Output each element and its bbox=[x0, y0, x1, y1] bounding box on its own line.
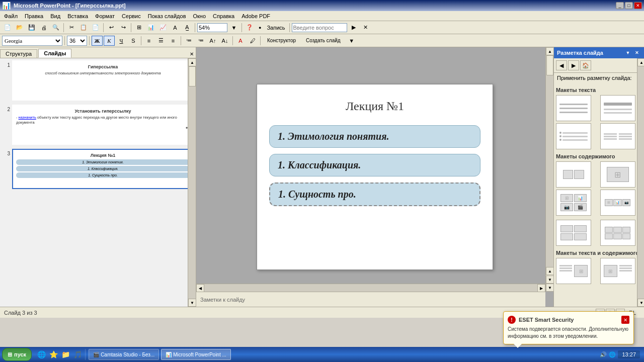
slide-scroll-btn1[interactable]: ▲ bbox=[546, 267, 553, 275]
menu-edit[interactable]: Правка bbox=[22, 12, 46, 20]
font-select[interactable]: Georgia bbox=[2, 36, 62, 46]
preview-btn[interactable]: 🔍 bbox=[50, 23, 61, 33]
align-right-btn[interactable]: ≡ bbox=[168, 36, 179, 46]
eset-close-btn[interactable]: ✕ bbox=[621, 316, 629, 324]
layout-thumb-tc2[interactable]: ⊞ bbox=[600, 258, 635, 284]
diagram-btn[interactable]: 📈 bbox=[157, 23, 169, 33]
save-btn[interactable]: 💾 bbox=[26, 23, 37, 33]
rp-home-btn[interactable]: 🏠 bbox=[580, 60, 591, 70]
menu-tools[interactable]: Сервис bbox=[119, 12, 144, 20]
undo-btn[interactable]: ↩ bbox=[106, 23, 117, 33]
record-btn[interactable]: ● bbox=[256, 23, 264, 33]
rp-scroll-down[interactable]: ▼ bbox=[637, 299, 644, 307]
layout-thumb-d2[interactable] bbox=[600, 220, 635, 246]
sp-scroll-thumb[interactable] bbox=[189, 66, 196, 86]
close-btn[interactable]: ✕ bbox=[634, 2, 642, 9]
layout-thumb-tc1[interactable]: ⊞ bbox=[556, 258, 591, 284]
menu-file[interactable]: Файл bbox=[1, 12, 21, 20]
highlight-btn[interactable]: 🖊 bbox=[247, 36, 258, 46]
start-button[interactable]: ⊞ пуск bbox=[2, 348, 32, 361]
help-go-btn[interactable]: ▶ bbox=[348, 23, 359, 33]
ql-star-btn[interactable]: ⭐ bbox=[48, 349, 59, 360]
help-search[interactable] bbox=[292, 23, 347, 32]
layout-thumb-blank[interactable] bbox=[556, 95, 591, 121]
table-btn[interactable]: ⊞ bbox=[133, 23, 144, 33]
slide-scroll-thumb[interactable] bbox=[546, 55, 553, 75]
slide-thumbnail-3[interactable]: 3 Лекция №1 1. Этимология понятия. 1. Кл… bbox=[2, 149, 194, 189]
ql-ie-btn[interactable]: 🌐 bbox=[36, 349, 47, 360]
font-color-btn[interactable]: A bbox=[235, 36, 246, 46]
slide-thumbnail-1[interactable]: 1 Гиперссылка способ повышения интеракти… bbox=[2, 60, 194, 101]
decrease-font-btn[interactable]: A↓ bbox=[219, 36, 230, 46]
menu-slideshow[interactable]: Показ слайдов bbox=[145, 12, 189, 20]
size-select[interactable]: 36 bbox=[67, 36, 87, 46]
increase-font-btn[interactable]: A↑ bbox=[207, 36, 218, 46]
layout-thumb-bullets[interactable] bbox=[556, 123, 591, 149]
slide-panel-close[interactable]: ✕ bbox=[188, 50, 196, 58]
layout-menu-btn[interactable]: ▼ bbox=[346, 36, 357, 46]
menu-adobepdf[interactable]: Adobe PDF bbox=[238, 12, 273, 20]
copy-btn[interactable]: 📋 bbox=[78, 23, 89, 33]
menu-insert[interactable]: Вставка bbox=[64, 12, 91, 20]
minimize-btn[interactable]: _ bbox=[616, 2, 624, 9]
slide-scroll-down[interactable]: ▼ bbox=[546, 284, 553, 292]
underline-btn[interactable]: Ч bbox=[116, 36, 127, 46]
new-btn[interactable]: 📄 bbox=[2, 23, 13, 33]
slide-hscroll-right[interactable]: ▶ bbox=[537, 284, 545, 292]
slide-hscroll-left[interactable]: ◀ bbox=[196, 284, 204, 292]
slide-item-2[interactable]: 1. Классификация. bbox=[269, 154, 480, 176]
numbering-btn[interactable]: ≔ bbox=[195, 36, 206, 46]
layout-thumb-c3[interactable]: ⊞ 📊 📷 🎬 bbox=[556, 190, 591, 216]
slide-thumbnail-2[interactable]: 2 Установить гиперссылку - назначить объ… bbox=[2, 105, 194, 145]
shadow-btn[interactable]: S bbox=[128, 36, 139, 46]
italic-btn[interactable]: К bbox=[104, 36, 115, 46]
zoom-btn[interactable]: ▼ bbox=[228, 23, 239, 33]
slide-scroll-btn2[interactable]: ▼ bbox=[546, 276, 553, 284]
layout-thumb-c4[interactable]: ⊞ 📊 📷 bbox=[600, 190, 635, 216]
menu-help[interactable]: Справка bbox=[210, 12, 237, 20]
slide-item-3[interactable]: 1. Сущность про. bbox=[269, 183, 480, 206]
slide-item-1[interactable]: 1. Этимология понятия. bbox=[269, 125, 480, 148]
help-close-btn[interactable]: ✕ bbox=[360, 23, 371, 33]
print-btn[interactable]: 🖨 bbox=[38, 23, 49, 33]
menu-format[interactable]: Формат bbox=[92, 12, 118, 20]
zoom-input[interactable]: 54% bbox=[197, 23, 227, 32]
align-center-btn[interactable]: ☰ bbox=[155, 36, 167, 46]
cut-btn[interactable]: ✂ bbox=[66, 23, 77, 33]
redo-btn[interactable]: ↪ bbox=[118, 23, 129, 33]
layout-thumb-twocol[interactable] bbox=[600, 123, 635, 149]
sp-scroll-down[interactable]: ▼ bbox=[188, 299, 196, 307]
chart-btn[interactable]: 📊 bbox=[145, 23, 156, 33]
rp-expand-btn[interactable]: ▼ bbox=[624, 49, 632, 56]
tab-structure[interactable]: Структура bbox=[0, 49, 37, 58]
menu-view[interactable]: Вид bbox=[47, 12, 63, 20]
slide-scroll-up[interactable]: ▲ bbox=[546, 47, 553, 55]
rp-scroll-up[interactable]: ▲ bbox=[637, 58, 644, 66]
bullets-btn[interactable]: ≔ bbox=[183, 36, 194, 46]
layout-thumb-c1[interactable] bbox=[556, 161, 591, 188]
sp-scroll-up[interactable]: ▲ bbox=[188, 58, 196, 66]
rp-back-btn[interactable]: ◀ bbox=[556, 60, 567, 70]
ql-folder-btn[interactable]: 📁 bbox=[60, 349, 71, 360]
taskbar-btn-camtasia[interactable]: 🎬 Camtasia Studio - Без... bbox=[89, 349, 159, 360]
restore-btn[interactable]: □ bbox=[625, 2, 633, 9]
wordart-btn[interactable]: A̲ bbox=[182, 23, 193, 33]
layout-thumb-c2[interactable]: ⊞ bbox=[600, 161, 635, 188]
rp-close-btn[interactable]: ✕ bbox=[633, 49, 641, 56]
record-label[interactable]: Запись bbox=[265, 25, 287, 31]
layout-thumb-d1[interactable] bbox=[556, 220, 591, 246]
konstruktor-btn[interactable]: Конструктор bbox=[263, 36, 300, 45]
taskbar-btn-ppt[interactable]: 📊 Microsoft PowerPoint ... bbox=[161, 349, 231, 360]
rp-forward-btn[interactable]: ▶ bbox=[568, 60, 579, 70]
menu-window[interactable]: Окно bbox=[190, 12, 209, 20]
tab-slides[interactable]: Слайды bbox=[38, 49, 71, 58]
paste-btn[interactable]: 📄 bbox=[90, 23, 101, 33]
ql-media-btn[interactable]: 🎵 bbox=[72, 349, 83, 360]
create-slide-btn[interactable]: Создать слайд bbox=[301, 36, 345, 45]
textbox-btn[interactable]: A bbox=[170, 23, 181, 33]
layout-thumb-title-content[interactable] bbox=[600, 95, 635, 121]
help-btn[interactable]: ❓ bbox=[244, 23, 255, 33]
align-left-btn[interactable]: ≡ bbox=[143, 36, 154, 46]
bold-btn[interactable]: Ж bbox=[92, 36, 103, 46]
open-btn[interactable]: 📂 bbox=[14, 23, 25, 33]
